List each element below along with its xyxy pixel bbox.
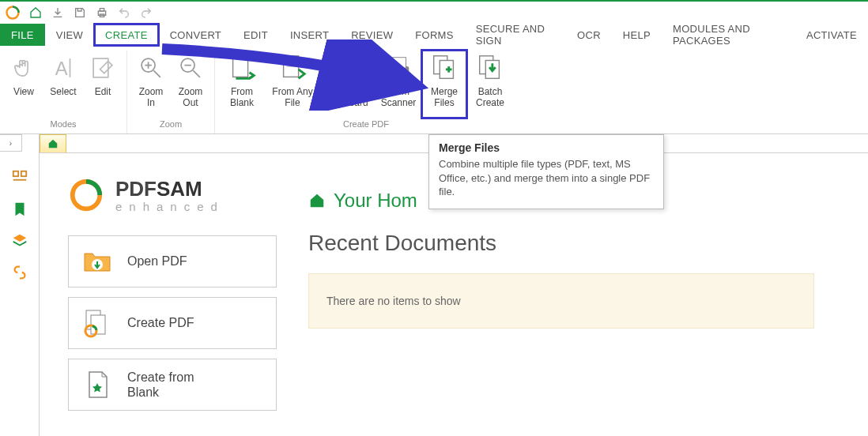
ribbon-merge-files-button[interactable]: MergeFiles [422, 51, 466, 118]
ribbon-select-button[interactable]: A Select [44, 51, 82, 118]
svg-rect-31 [21, 171, 25, 176]
merge-files-icon [428, 52, 460, 84]
tab-view[interactable]: VIEW [45, 24, 94, 46]
brand-sub: enhanced [115, 200, 225, 213]
tab-help[interactable]: HELP [612, 24, 662, 46]
svg-rect-14 [233, 56, 248, 77]
home-tab[interactable] [40, 134, 66, 152]
ribbon-from-any-file-button[interactable]: From AnyFile [266, 51, 319, 118]
card-label: Create PDF [127, 315, 194, 330]
home-icon[interactable] [28, 6, 43, 20]
ribbon-label: MergeFiles [431, 87, 458, 109]
svg-rect-30 [13, 171, 17, 176]
ribbon-from-clipboard-button[interactable]: FromClipboard [321, 51, 375, 118]
tab-label: CREATE [105, 29, 148, 41]
card-create-from-blank[interactable]: Create fromBlank [68, 359, 277, 411]
ribbon-group-zoom: ZoomIn ZoomOut Zoom [127, 51, 215, 133]
recent-documents-title: Recent Documents [308, 231, 868, 256]
tab-label: SECURE AND SIGN [476, 23, 555, 47]
ribbon-label: View [13, 87, 34, 98]
tab-label: MODULES AND PACKAGES [673, 23, 784, 47]
document-any-icon [277, 52, 308, 84]
nav-layers-icon[interactable] [11, 232, 28, 250]
brand-name-a: PDF [115, 177, 157, 201]
text-cursor-icon: A [47, 52, 79, 84]
nav-links-icon[interactable] [11, 264, 28, 281]
tab-convert[interactable]: CONVERT [159, 24, 232, 46]
svg-line-12 [193, 70, 200, 77]
brand-name-b: SAM [157, 177, 202, 201]
tab-forms[interactable]: FORMS [404, 24, 464, 46]
nav-collapse-button[interactable]: › [0, 134, 22, 152]
tab-insert[interactable]: INSERT [279, 24, 340, 46]
card-create-pdf[interactable]: Create PDF [68, 297, 277, 349]
ribbon-group-title: Modes [50, 118, 76, 132]
empty-message: There are no items to show [326, 295, 461, 307]
tooltip-merge-files: Merge Files Combine multiple file types … [428, 134, 664, 209]
ribbon-view-button[interactable]: View [5, 51, 43, 118]
ribbon-zoom-in-button[interactable]: ZoomIn [132, 51, 170, 118]
ribbon-from-blank-button[interactable]: FromBlank [220, 51, 264, 118]
tab-label: FORMS [415, 29, 453, 41]
document-create-icon [81, 307, 113, 339]
print-icon[interactable] [95, 6, 109, 20]
save-icon[interactable] [73, 6, 87, 20]
ribbon-label: FromClipboard [327, 87, 368, 109]
nav-bookmarks-icon[interactable] [11, 201, 28, 218]
tooltip-title: Merge Files [439, 141, 654, 154]
tab-label: HELP [623, 29, 651, 41]
ribbon-group-title: Create PDF [343, 118, 389, 132]
tab-label: CONVERT [170, 29, 221, 41]
card-label: Create fromBlank [127, 370, 194, 400]
quick-access-toolbar [0, 2, 868, 24]
svg-rect-23 [391, 58, 406, 68]
ribbon-group-title: Zoom [160, 118, 182, 132]
tab-modules-packages[interactable]: MODULES AND PACKAGES [662, 24, 795, 46]
ribbon-create: View A Select Edit Modes ZoomIn ZoomOut [0, 46, 868, 134]
ribbon-group-modes: View A Select Edit Modes [0, 51, 127, 133]
tab-label: OCR [577, 29, 601, 41]
ribbon-label: Select [50, 87, 76, 98]
tab-edit[interactable]: EDIT [232, 24, 279, 46]
svg-rect-21 [344, 55, 352, 60]
tab-label: EDIT [243, 29, 268, 41]
home-tab-icon [47, 138, 58, 149]
tab-review[interactable]: REVIEW [340, 24, 404, 46]
nav-thumbnails-icon[interactable] [11, 169, 28, 186]
ribbon-group-create-pdf: FromBlank From AnyFile FromClipboard Fro… [215, 51, 517, 133]
ribbon-label: BatchCreate [476, 87, 504, 109]
card-open-pdf[interactable]: Open PDF [68, 235, 277, 288]
tab-label: REVIEW [351, 29, 393, 41]
tab-ocr[interactable]: OCR [566, 24, 612, 46]
recent-documents-empty: There are no items to show [308, 273, 814, 329]
ribbon-batch-create-button[interactable]: BatchCreate [468, 51, 512, 118]
ribbon-edit-button[interactable]: Edit [84, 51, 122, 118]
ribbon-label: Edit [95, 87, 111, 98]
svg-rect-20 [343, 61, 352, 76]
tab-label: FILE [11, 29, 34, 41]
tab-label: ACTIVATE [806, 29, 857, 41]
ribbon-label: ZoomIn [139, 87, 164, 109]
document-blank-star-icon [81, 369, 113, 400]
brand-logo: PDFSAM enhanced [68, 177, 280, 213]
app-logo-icon [5, 5, 21, 21]
redo-icon[interactable] [139, 6, 153, 20]
svg-point-34 [81, 190, 91, 200]
ribbon-from-scanner-button[interactable]: FromScanner [376, 51, 421, 118]
ribbon-zoom-out-button[interactable]: ZoomOut [172, 51, 209, 118]
tab-secure-sign[interactable]: SECURE AND SIGN [465, 24, 566, 46]
download-icon[interactable] [51, 6, 65, 20]
home-heading-icon [308, 192, 326, 209]
tab-activate[interactable]: ACTIVATE [795, 24, 868, 46]
tab-label: VIEW [56, 29, 83, 41]
zoom-out-icon [175, 52, 206, 84]
tab-create[interactable]: CREATE [94, 24, 159, 46]
zoom-in-icon [135, 52, 167, 84]
undo-icon[interactable] [117, 6, 131, 20]
svg-rect-32 [13, 179, 26, 181]
clipboard-icon [332, 52, 364, 84]
document-blank-icon [226, 52, 258, 84]
tab-file[interactable]: FILE [0, 24, 45, 46]
your-home-text: Your Hom [334, 190, 417, 212]
tooltip-body: Combine multiple file types (PDF, text, … [439, 157, 654, 199]
